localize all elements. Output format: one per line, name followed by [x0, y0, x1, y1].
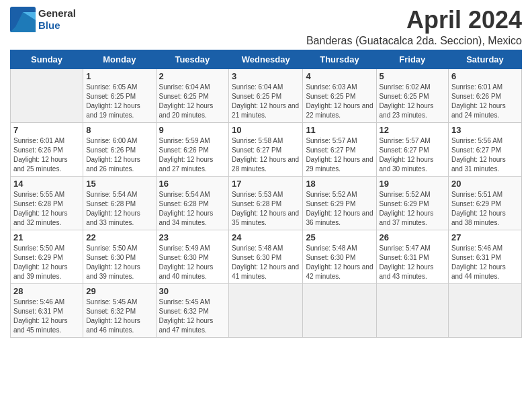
day-detail: Sunrise: 5:55 AMSunset: 6:28 PMDaylight:… [13, 190, 80, 228]
day-number: 6 [451, 71, 519, 81]
table-row: 30Sunrise: 5:45 AMSunset: 6:32 PMDayligh… [156, 283, 229, 337]
table-row [303, 283, 376, 337]
day-number: 21 [13, 232, 80, 242]
logo-icon [10, 7, 36, 32]
table-row: 10Sunrise: 5:58 AMSunset: 6:27 PMDayligh… [229, 122, 303, 176]
day-detail: Sunrise: 6:03 AMSunset: 6:25 PMDaylight:… [306, 83, 373, 120]
day-detail: Sunrise: 5:50 AMSunset: 6:30 PMDaylight:… [86, 244, 152, 281]
calendar-week-row: 21Sunrise: 5:50 AMSunset: 6:29 PMDayligh… [11, 230, 522, 283]
day-detail: Sunrise: 5:52 AMSunset: 6:29 PMDaylight:… [380, 190, 446, 228]
table-row [449, 283, 522, 337]
table-row: 15Sunrise: 5:54 AMSunset: 6:28 PMDayligh… [83, 176, 156, 230]
calendar-title: April 2024 [306, 7, 522, 34]
day-number: 27 [451, 232, 519, 242]
day-number: 2 [159, 71, 226, 81]
table-row: 27Sunrise: 5:46 AMSunset: 6:31 PMDayligh… [449, 230, 522, 283]
day-number: 24 [232, 232, 300, 242]
logo: General Blue [10, 7, 76, 32]
day-detail: Sunrise: 5:54 AMSunset: 6:28 PMDaylight:… [86, 190, 152, 228]
day-detail: Sunrise: 5:57 AMSunset: 6:27 PMDaylight:… [380, 136, 446, 174]
day-number: 10 [232, 125, 300, 135]
day-number: 9 [159, 125, 226, 135]
day-detail: Sunrise: 6:02 AMSunset: 6:25 PMDaylight:… [380, 83, 446, 120]
header-friday: Friday [376, 50, 449, 68]
table-row: 25Sunrise: 5:48 AMSunset: 6:30 PMDayligh… [303, 230, 376, 283]
table-row: 14Sunrise: 5:55 AMSunset: 6:28 PMDayligh… [11, 176, 83, 230]
table-row: 6Sunrise: 6:01 AMSunset: 6:26 PMDaylight… [449, 68, 522, 122]
table-row [11, 68, 83, 122]
table-row: 22Sunrise: 5:50 AMSunset: 6:30 PMDayligh… [83, 230, 156, 283]
table-row: 26Sunrise: 5:47 AMSunset: 6:31 PMDayligh… [376, 230, 449, 283]
weekday-header-row: Sunday Monday Tuesday Wednesday Thursday… [11, 50, 522, 68]
header-tuesday: Tuesday [156, 50, 229, 68]
day-number: 17 [232, 179, 300, 189]
day-number: 25 [306, 232, 373, 242]
day-detail: Sunrise: 5:56 AMSunset: 6:27 PMDaylight:… [451, 136, 519, 174]
day-detail: Sunrise: 5:50 AMSunset: 6:29 PMDaylight:… [13, 244, 80, 281]
table-row: 1Sunrise: 6:05 AMSunset: 6:25 PMDaylight… [83, 68, 156, 122]
day-detail: Sunrise: 5:45 AMSunset: 6:32 PMDaylight:… [159, 298, 226, 335]
day-detail: Sunrise: 5:48 AMSunset: 6:30 PMDaylight:… [232, 244, 300, 281]
table-row: 3Sunrise: 6:04 AMSunset: 6:25 PMDaylight… [229, 68, 303, 122]
table-row: 18Sunrise: 5:52 AMSunset: 6:29 PMDayligh… [303, 176, 376, 230]
table-row: 23Sunrise: 5:49 AMSunset: 6:30 PMDayligh… [156, 230, 229, 283]
calendar-week-row: 14Sunrise: 5:55 AMSunset: 6:28 PMDayligh… [11, 176, 522, 230]
day-detail: Sunrise: 5:54 AMSunset: 6:28 PMDaylight:… [159, 190, 226, 228]
day-number: 14 [13, 179, 80, 189]
day-detail: Sunrise: 5:46 AMSunset: 6:31 PMDaylight:… [451, 244, 519, 281]
day-number: 29 [86, 286, 152, 296]
header-monday: Monday [83, 50, 156, 68]
table-row: 11Sunrise: 5:57 AMSunset: 6:27 PMDayligh… [303, 122, 376, 176]
day-detail: Sunrise: 6:01 AMSunset: 6:26 PMDaylight:… [13, 136, 80, 174]
calendar-week-row: 7Sunrise: 6:01 AMSunset: 6:26 PMDaylight… [11, 122, 522, 176]
table-row: 5Sunrise: 6:02 AMSunset: 6:25 PMDaylight… [376, 68, 449, 122]
day-number: 8 [86, 125, 152, 135]
table-row: 17Sunrise: 5:53 AMSunset: 6:28 PMDayligh… [229, 176, 303, 230]
table-row: 2Sunrise: 6:04 AMSunset: 6:25 PMDaylight… [156, 68, 229, 122]
header-saturday: Saturday [449, 50, 522, 68]
table-row: 8Sunrise: 6:00 AMSunset: 6:26 PMDaylight… [83, 122, 156, 176]
day-detail: Sunrise: 5:58 AMSunset: 6:27 PMDaylight:… [232, 136, 300, 174]
header-thursday: Thursday [303, 50, 376, 68]
day-detail: Sunrise: 5:46 AMSunset: 6:31 PMDaylight:… [13, 298, 80, 335]
table-row: 9Sunrise: 5:59 AMSunset: 6:26 PMDaylight… [156, 122, 229, 176]
table-row: 20Sunrise: 5:51 AMSunset: 6:29 PMDayligh… [449, 176, 522, 230]
table-row: 19Sunrise: 5:52 AMSunset: 6:29 PMDayligh… [376, 176, 449, 230]
day-detail: Sunrise: 6:04 AMSunset: 6:25 PMDaylight:… [159, 83, 226, 120]
day-detail: Sunrise: 5:57 AMSunset: 6:27 PMDaylight:… [306, 136, 373, 174]
day-number: 20 [451, 179, 519, 189]
header-sunday: Sunday [11, 50, 83, 68]
calendar-table: Sunday Monday Tuesday Wednesday Thursday… [10, 50, 522, 338]
day-number: 11 [306, 125, 373, 135]
logo-text: General Blue [38, 7, 76, 32]
table-row: 4Sunrise: 6:03 AMSunset: 6:25 PMDaylight… [303, 68, 376, 122]
calendar-week-row: 28Sunrise: 5:46 AMSunset: 6:31 PMDayligh… [11, 283, 522, 337]
day-detail: Sunrise: 5:48 AMSunset: 6:30 PMDaylight:… [306, 244, 373, 281]
day-number: 19 [380, 179, 446, 189]
day-number: 15 [86, 179, 152, 189]
day-detail: Sunrise: 5:53 AMSunset: 6:28 PMDaylight:… [232, 190, 300, 228]
day-detail: Sunrise: 5:51 AMSunset: 6:29 PMDaylight:… [451, 190, 519, 228]
day-number: 18 [306, 179, 373, 189]
table-row: 24Sunrise: 5:48 AMSunset: 6:30 PMDayligh… [229, 230, 303, 283]
day-number: 3 [232, 71, 300, 81]
table-row: 7Sunrise: 6:01 AMSunset: 6:26 PMDaylight… [11, 122, 83, 176]
day-detail: Sunrise: 6:05 AMSunset: 6:25 PMDaylight:… [86, 83, 152, 120]
table-row: 28Sunrise: 5:46 AMSunset: 6:31 PMDayligh… [11, 283, 83, 337]
day-detail: Sunrise: 5:59 AMSunset: 6:26 PMDaylight:… [159, 136, 226, 174]
table-row: 21Sunrise: 5:50 AMSunset: 6:29 PMDayligh… [11, 230, 83, 283]
table-row: 16Sunrise: 5:54 AMSunset: 6:28 PMDayligh… [156, 176, 229, 230]
day-detail: Sunrise: 5:52 AMSunset: 6:29 PMDaylight:… [306, 190, 373, 228]
day-detail: Sunrise: 6:00 AMSunset: 6:26 PMDaylight:… [86, 136, 152, 174]
table-row: 29Sunrise: 5:45 AMSunset: 6:32 PMDayligh… [83, 283, 156, 337]
day-number: 13 [451, 125, 519, 135]
table-row: 13Sunrise: 5:56 AMSunset: 6:27 PMDayligh… [449, 122, 522, 176]
day-number: 7 [13, 125, 80, 135]
calendar-week-row: 1Sunrise: 6:05 AMSunset: 6:25 PMDaylight… [11, 68, 522, 122]
day-number: 4 [306, 71, 373, 81]
table-row [229, 283, 303, 337]
day-detail: Sunrise: 5:45 AMSunset: 6:32 PMDaylight:… [86, 298, 152, 335]
page-header: General Blue April 2024 Banderas (Guatac… [10, 7, 522, 47]
table-row: 12Sunrise: 5:57 AMSunset: 6:27 PMDayligh… [376, 122, 449, 176]
day-number: 5 [380, 71, 446, 81]
